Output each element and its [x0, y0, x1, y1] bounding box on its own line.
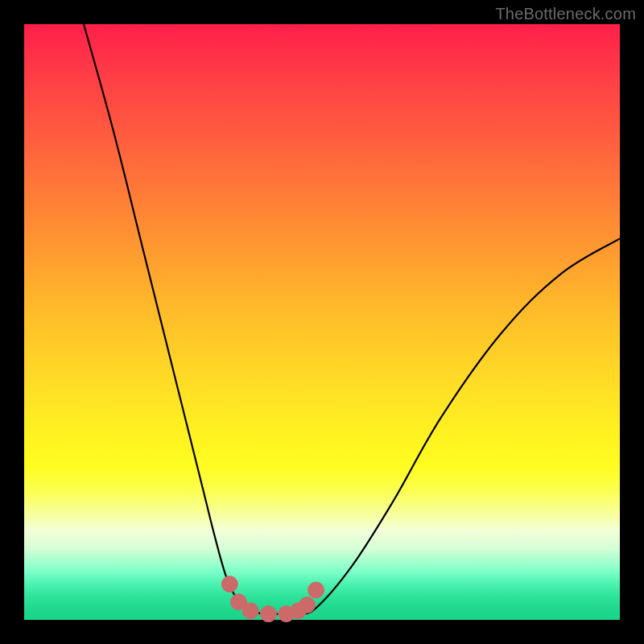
- marker-dot: [242, 603, 258, 619]
- plot-area: [24, 24, 620, 620]
- marker-dot: [308, 582, 324, 598]
- marker-dot: [221, 576, 237, 592]
- curve-layer: [24, 24, 620, 620]
- marker-dot: [260, 606, 276, 622]
- frame: TheBottleneck.com: [0, 0, 644, 644]
- marker-dot: [299, 597, 316, 613]
- watermark-text: TheBottleneck.com: [495, 5, 636, 23]
- bottom-markers: [221, 576, 324, 622]
- bottleneck-curve: [84, 24, 620, 614]
